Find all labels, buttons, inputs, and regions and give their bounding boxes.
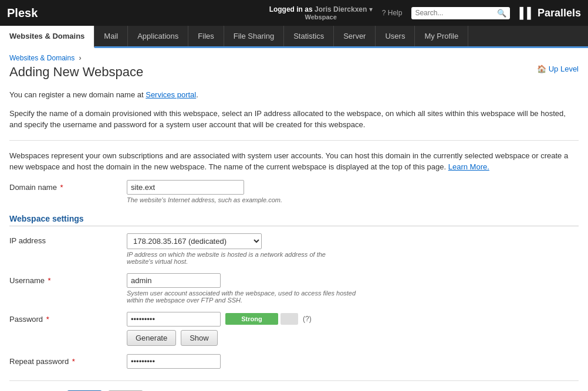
breadcrumb-separator: ›: [79, 54, 82, 62]
username-display: Joris Dierckxen: [315, 5, 367, 13]
help-menu[interactable]: ? Help: [382, 9, 403, 17]
services-portal-link[interactable]: Services portal: [146, 90, 196, 99]
divider-1: [9, 140, 579, 141]
ip-address-row: IP address 178.208.35.167 (dedicated) IP…: [9, 233, 579, 265]
username-label: Username *: [9, 273, 127, 285]
plesk-logo: Plesk: [7, 6, 38, 20]
ip-address-hint: IP address on which the website is hoste…: [127, 251, 350, 265]
search-input[interactable]: [415, 9, 497, 17]
webspace-settings-header: Webspace settings: [9, 214, 579, 226]
password-field: Strong (?) Generate Show: [127, 312, 579, 346]
repeat-password-row: Repeat password *: [9, 354, 579, 369]
domain-name-label: Domain name *: [9, 180, 127, 192]
logged-in-label: Logged in as: [269, 5, 313, 13]
parallels-bars-icon: ▌▌: [519, 7, 535, 19]
page-title: Adding New Webspace: [9, 64, 143, 80]
tab-my-profile[interactable]: My Profile: [415, 26, 468, 46]
username-input[interactable]: [127, 273, 221, 288]
domain-name-input[interactable]: [127, 180, 244, 195]
header: Plesk Logged in as Joris Dierckxen ▾ Web…: [0, 0, 588, 26]
intro-line3: Webspaces represent your own subscriptio…: [9, 150, 579, 173]
tab-users[interactable]: Users: [376, 26, 415, 46]
username-field: System user account associated with the …: [127, 273, 579, 304]
ip-address-field: 178.208.35.167 (dedicated) IP address on…: [127, 233, 579, 265]
repeat-password-input[interactable]: [127, 354, 221, 369]
up-level-icon: 🏠: [537, 64, 546, 73]
username-required-star: *: [46, 276, 51, 285]
tab-applications[interactable]: Applications: [128, 26, 188, 46]
up-level-link[interactable]: 🏠 Up Level: [537, 64, 579, 73]
intro-line2: Specify the name of a domain provisioned…: [9, 108, 579, 131]
domain-name-hint: The website's Internet address, such as …: [127, 196, 579, 203]
password-label: Password *: [9, 312, 127, 324]
repeat-password-label: Repeat password *: [9, 354, 127, 366]
strength-bar: Strong: [225, 313, 298, 325]
tab-statistics[interactable]: Statistics: [284, 26, 334, 46]
page-title-row: Adding New Webspace 🏠 Up Level: [9, 64, 579, 80]
domain-name-field: The website's Internet address, such as …: [127, 180, 579, 203]
tab-mail[interactable]: Mail: [94, 26, 128, 46]
search-box: 🔍: [411, 7, 510, 19]
repeat-password-field: [127, 354, 579, 369]
main-content: Websites & Domains › Adding New Webspace…: [0, 48, 588, 391]
ip-address-select[interactable]: 178.208.35.167 (dedicated): [127, 233, 262, 249]
parallels-logo: ▌▌ Parallels: [519, 7, 581, 19]
password-input[interactable]: [127, 312, 221, 327]
up-level-label: Up Level: [549, 64, 579, 73]
intro-line1: You can register a new domain name at Se…: [9, 89, 579, 101]
username-hint: System user account associated with the …: [127, 290, 361, 304]
generate-button[interactable]: Generate: [127, 330, 176, 346]
strength-empty: [281, 313, 298, 325]
intro-line1-after: .: [196, 90, 198, 99]
tab-server[interactable]: Server: [334, 26, 376, 46]
password-row: Password * Strong (?) Generate Show: [9, 312, 579, 346]
tab-files[interactable]: Files: [188, 26, 224, 46]
nav-tabs: Websites & Domains Mail Applications Fil…: [0, 26, 588, 48]
form-footer: * Required fields OK Cancel: [9, 380, 579, 392]
password-btn-row: Generate Show: [127, 330, 579, 346]
breadcrumb-parent-link[interactable]: Websites & Domains: [9, 54, 75, 62]
password-required-star: *: [44, 315, 49, 324]
intro-line1-before: You can register a new domain name at: [9, 90, 146, 99]
domain-row: Domain name * The website's Internet add…: [9, 180, 579, 203]
learn-more-link[interactable]: Learn More.: [448, 162, 489, 171]
breadcrumb: Websites & Domains ›: [9, 54, 579, 62]
parallels-text: Parallels: [538, 7, 581, 19]
user-info: Logged in as Joris Dierckxen ▾ Webspace: [269, 5, 373, 21]
context-label: Webspace: [269, 13, 373, 21]
search-button[interactable]: 🔍: [497, 9, 506, 18]
repeat-password-required-star: *: [70, 357, 75, 366]
tab-websites-domains[interactable]: Websites & Domains: [0, 26, 94, 48]
username-row: Username * System user account associate…: [9, 273, 579, 304]
domain-required-star: *: [58, 183, 63, 192]
show-button[interactable]: Show: [181, 330, 218, 346]
domain-section: Domain name * The website's Internet add…: [9, 180, 579, 203]
ip-address-label: IP address: [9, 233, 127, 245]
strength-fill: Strong: [225, 313, 278, 325]
password-help-icon[interactable]: (?): [303, 315, 312, 323]
tab-file-sharing[interactable]: File Sharing: [224, 26, 284, 46]
password-input-row: Strong (?): [127, 312, 579, 327]
